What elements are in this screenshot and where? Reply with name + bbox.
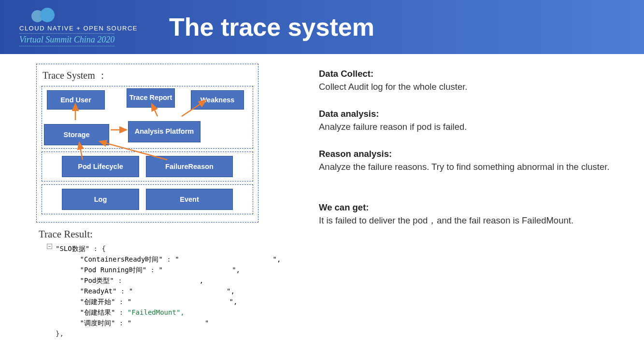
section-body: Collect Audit log for the whole cluster.	[319, 81, 630, 93]
box-storage: Storage	[44, 124, 109, 145]
json-close: },	[56, 328, 292, 339]
slide-title: The trace system	[169, 13, 374, 42]
json-root-key: "SLO数据"	[56, 245, 89, 252]
box-log: Log	[62, 189, 139, 210]
trace-result-json: − "SLO数据" : { "ContainersReady时间" : " ",…	[36, 243, 292, 339]
json-field: "调度时间" : " "	[56, 318, 292, 328]
section-body: It is failed to deliver the pod，and the …	[319, 215, 630, 227]
diagram-bot-section: Log Event	[42, 184, 253, 214]
logo-block: CLOUD NATIVE + OPEN SOURCE Virtual Summi…	[19, 8, 140, 46]
section-title: Data Collect:	[319, 69, 630, 79]
section-body: Analyze the failure reasons. Try to find…	[319, 161, 630, 173]
json-field: "ReadyAt" : " ",	[56, 286, 292, 296]
explanation-column: Data Collect:Collect Audit log for the w…	[292, 64, 630, 339]
section-title: Data analysis:	[319, 109, 630, 119]
box-pod-lifecycle: Pod Lifecycle	[62, 156, 139, 177]
cloud-icon	[31, 8, 56, 22]
json-field: "ContainersReady时间" : " ",	[56, 254, 292, 265]
explanation-section: Data analysis:Analyze failure reason if …	[319, 109, 630, 133]
json-field: "Pod Running时间" : " ",	[56, 265, 292, 275]
box-end-user: End User	[47, 90, 105, 110]
diagram-title: Trace System ：	[42, 67, 253, 86]
json-field: "创建开始" : " ",	[56, 296, 292, 307]
box-event: Event	[146, 189, 233, 210]
section-title: We can get:	[319, 202, 630, 213]
json-field: "Pod类型" : ,	[56, 275, 292, 286]
box-analysis-platform: Analysis Platform	[128, 121, 200, 142]
slide-header: CLOUD NATIVE + OPEN SOURCE Virtual Summi…	[0, 0, 644, 54]
section-title: Reason analysis:	[319, 149, 630, 159]
explanation-section: Reason analysis:Analyze the failure reas…	[319, 149, 630, 173]
json-collapse-icon[interactable]: −	[47, 244, 52, 249]
box-trace-report: Trace Report	[127, 88, 175, 108]
trace-system-diagram: Trace System ： End User Trace Report Wea…	[36, 64, 258, 223]
section-body: Analyze failure reason if pod is failed.	[319, 121, 630, 133]
json-field: "创建结果" : "FailedMount",	[56, 307, 292, 318]
box-failure-reason: FailureReason	[146, 156, 233, 177]
diagram-mid-section: Pod Lifecycle FailureReason	[42, 152, 253, 181]
diagram-top-section: End User Trace Report Weakness Storage A…	[42, 86, 253, 149]
logo-line1: CLOUD NATIVE + OPEN SOURCE	[19, 25, 140, 32]
logo-line2: Virtual Summit China 2020	[19, 33, 114, 46]
box-weakness: Weakness	[191, 90, 244, 110]
trace-result-title: Trace Result:	[39, 228, 292, 240]
explanation-section: Data Collect:Collect Audit log for the w…	[319, 69, 630, 93]
explanation-section: We can get:It is failed to deliver the p…	[319, 202, 630, 227]
